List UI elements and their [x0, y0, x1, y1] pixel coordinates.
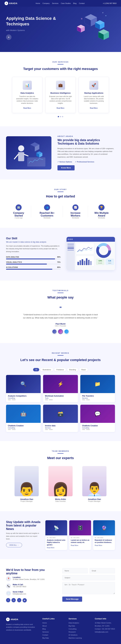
team-card-0: 👨 Jonathon Dan Project Manager	[12, 466, 42, 502]
blog-read-0[interactable]: Read More	[47, 547, 66, 548]
form-submit-button[interactable]: Send Message	[62, 596, 82, 602]
svg-text:Growth: Growth	[98, 262, 102, 264]
filter-all[interactable]: All	[33, 368, 39, 371]
form-email-input[interactable]	[89, 568, 115, 573]
work-info-5: Chatbots Creation Consulting View · Shar…	[80, 423, 115, 432]
dot-2[interactable]	[60, 116, 61, 117]
footer-links-title: Usefull Links	[42, 618, 62, 620]
dot-3[interactable]	[62, 116, 63, 117]
social-twitter[interactable]: t	[17, 598, 21, 602]
blog-read-1[interactable]: Read More	[71, 544, 89, 546]
footer-link-services[interactable]: Services	[42, 631, 62, 633]
footer-contact-list: 16 Main Street Centre, Brooklyn, NY 1120…	[95, 622, 115, 633]
footer-link-home[interactable]: Home	[42, 622, 62, 624]
stat-label-workers: Worldwide	[67, 217, 84, 219]
blog-body-2: 03 · Dec 2023 Repeated of endeavor on po…	[93, 536, 115, 548]
stat-company: 🏢 Company Started 2 years ago	[6, 204, 31, 219]
skill-label-ai: AI SOLUTIONS	[6, 266, 18, 268]
avatar-3[interactable]	[64, 329, 69, 334]
avatar-1[interactable]	[52, 329, 57, 334]
nav-home[interactable]: Home	[36, 2, 40, 4]
footer-link-contact[interactable]: Contact	[42, 634, 62, 636]
bi-link[interactable]: Read More	[57, 107, 64, 109]
footer-contact-email[interactable]: hello@anada.com	[95, 631, 115, 633]
work-title-2: File Transfers	[82, 395, 113, 397]
bi-desc: Empower your team with the right data at…	[49, 95, 72, 104]
contact-phone-title: Make A Call:	[13, 584, 26, 586]
svg-rect-21	[18, 152, 24, 161]
avatar-2[interactable]	[58, 329, 63, 334]
footer-svc-ml[interactable]: Machine Learning	[68, 637, 89, 639]
nav-services[interactable]: Services	[52, 2, 58, 4]
svg-rect-47	[67, 250, 74, 250]
analytics-desc: Transform raw data into actionable insig…	[16, 95, 39, 104]
footer-svc-ai[interactable]: AI Solutions	[68, 634, 89, 636]
stat-label-awards: Worldwide	[92, 217, 110, 219]
work-thumb-bg-5: 💬	[80, 405, 115, 423]
filter-freelance[interactable]: Freelance	[54, 368, 66, 371]
contact-item-phone: 📞 Make A Call: +01 234 567 8910	[6, 584, 56, 588]
footer-services-title: Services	[68, 618, 89, 620]
work-thumb-bg-3: 🤖	[6, 405, 41, 423]
nav-logo[interactable]: A ANADA	[5, 2, 18, 5]
footer-link-about[interactable]: About	[42, 625, 62, 627]
team-card-2: 👨‍💼 Jonathon Dan Project Manager	[79, 466, 109, 502]
work-meta-5: View · Share	[82, 429, 113, 430]
footer-svc-research[interactable]: Research	[68, 631, 89, 633]
footer-svc-analytics[interactable]: Data Analytics	[68, 622, 89, 624]
about-know-more-button[interactable]: Know More	[57, 165, 75, 170]
svg-rect-60	[96, 259, 104, 265]
skill-visual: +24% Growth 3.2k Users	[67, 237, 115, 270]
nav-company[interactable]: Company	[43, 2, 50, 4]
skill-track-visual	[6, 264, 61, 264]
blog-read-2[interactable]: Read More	[95, 544, 113, 546]
form-subject-input[interactable]	[62, 575, 115, 580]
contact-email-title: Send A Mail:	[13, 591, 26, 593]
about-visual	[6, 136, 51, 170]
contact-section: We'd love to hear from you anytime 📍 Loc…	[0, 559, 121, 612]
team-photo-1: 👩	[48, 466, 73, 496]
blog-post-title-2: Repeated of endeavor on position kindnes…	[95, 539, 113, 544]
hero-title: Applying Data Science & Techniques	[6, 16, 57, 27]
team-grid: 👨 Jonathon Dan Project Manager 👩 Moira A…	[6, 466, 115, 502]
team-role-1: Data Scientist	[45, 500, 76, 502]
nav-blog[interactable]: Blog	[73, 2, 76, 4]
svg-rect-46	[67, 248, 74, 248]
work-thumb-2: 📁	[80, 375, 115, 393]
social-linkedin[interactable]: in	[12, 598, 16, 602]
analytics-link[interactable]: Read More	[23, 107, 31, 109]
skill-desc: Our team accumulates decades of experien…	[6, 244, 61, 253]
startup-link[interactable]: Read More	[90, 107, 97, 109]
nav-contact[interactable]: Contact	[79, 2, 85, 4]
footer-logo-text: ANADA	[11, 618, 18, 620]
footer-link-bigdata[interactable]: Big Data	[42, 637, 62, 639]
work-thumb-1: ⚡	[43, 375, 78, 393]
footer-links-list: Home About Blog Services Contact Big Dat…	[42, 622, 62, 639]
phone-icon: 📞	[6, 584, 11, 588]
work-thumb-bg-0: 🔍	[6, 375, 41, 393]
footer-link-blog[interactable]: Blog	[42, 628, 62, 630]
filter-react[interactable]: React	[79, 368, 88, 371]
footer-svc-consulting[interactable]: Consulting	[68, 628, 89, 630]
dot-1[interactable]	[58, 116, 59, 117]
stat-value-awards: Win Multiple Award	[92, 212, 110, 217]
svg-point-41	[69, 238, 71, 240]
blog-view-all-button[interactable]: VIEW ALL →	[6, 543, 22, 547]
nav-case-studies[interactable]: Case Studies	[61, 2, 71, 4]
social-youtube[interactable]: ▶	[23, 598, 27, 602]
social-facebook[interactable]: f	[6, 598, 10, 602]
analytics-title: Data Analytics	[16, 92, 39, 94]
footer-contact-phone[interactable]: Contact: +01 234 567 8910	[95, 628, 115, 630]
svg-point-20	[18, 145, 24, 151]
form-message-textarea[interactable]	[62, 582, 115, 594]
work-thumb-bg-2: 📁	[80, 375, 115, 393]
filter-illustrations[interactable]: Illustrations	[40, 368, 53, 371]
works-title: Let's see our Recent & popular completed…	[6, 358, 115, 362]
filter-branding[interactable]: Branding	[67, 368, 78, 371]
skill-label-visual: VISUAL ANALYTICS	[6, 261, 22, 263]
blog-thumb-2: 🔮	[93, 520, 115, 536]
about-section: ABOUT ANADA We provide big data analytic…	[0, 126, 121, 180]
footer-svc-bigdata[interactable]: Big Data	[68, 625, 89, 627]
hero-play-button[interactable]	[6, 34, 12, 40]
form-name-input[interactable]	[62, 568, 88, 573]
